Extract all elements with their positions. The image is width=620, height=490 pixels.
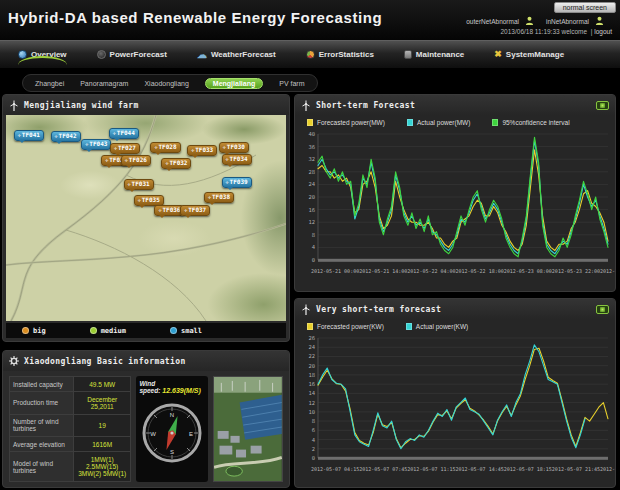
svg-text:6: 6 bbox=[312, 427, 315, 433]
turbine-marker-tf038[interactable]: ✢TF038 bbox=[204, 192, 234, 203]
compass: N E S W bbox=[141, 402, 203, 464]
turbine-marker-tf031[interactable]: ✢TF031 bbox=[124, 179, 154, 190]
svg-text:12: 12 bbox=[308, 400, 315, 406]
subtab-xiaodongliang[interactable]: Xiaodongliang bbox=[144, 80, 188, 87]
short-term-title: Short-term Forecast bbox=[316, 101, 415, 110]
network-status-bar: outerNetAbnormal inNetAbnormal bbox=[466, 16, 612, 26]
row-label: Production time bbox=[10, 392, 74, 415]
svg-text:24: 24 bbox=[308, 181, 315, 187]
svg-text:24: 24 bbox=[308, 344, 315, 350]
nav-system-manage[interactable]: ✖ SystemManage bbox=[492, 46, 566, 63]
turbine-icon: ✢ bbox=[223, 144, 226, 150]
legend-label: Forecasted power(KW) bbox=[317, 323, 384, 330]
turbine-marker-tf032[interactable]: ✢TF032 bbox=[161, 158, 191, 169]
row-label: Number of wind turbines bbox=[10, 414, 74, 437]
short-term-header: Short-term Forecast bbox=[295, 95, 615, 115]
forecast-chip-icon bbox=[307, 323, 313, 330]
svg-text:W: W bbox=[150, 431, 156, 437]
nav-error-statistics[interactable]: ErrorStatistics bbox=[304, 46, 376, 63]
legend-label: medium bbox=[101, 327, 126, 335]
very-short-term-header: Very short-term forecast bbox=[295, 299, 615, 319]
subtab-zhangbei[interactable]: Zhangbei bbox=[35, 80, 64, 87]
legend-small: small bbox=[170, 327, 202, 335]
turbine-marker-tf028[interactable]: ✢TF028 bbox=[150, 142, 180, 153]
turbine-marker-tf039[interactable]: ✢TF039 bbox=[222, 177, 252, 188]
dashboard: Hybrid-DA based Renewable Energy Forecas… bbox=[0, 0, 620, 490]
svg-text:10: 10 bbox=[308, 409, 315, 415]
turbine-marker-tf043[interactable]: ✢TF043 bbox=[81, 139, 111, 150]
turbine-marker-tf026[interactable]: ✢TF026 bbox=[121, 155, 151, 166]
turbine-marker-tf033[interactable]: ✢TF033 bbox=[187, 145, 217, 156]
nav-weather-forecast[interactable]: ☁ WeatherForecast bbox=[195, 46, 278, 63]
svg-text:28: 28 bbox=[308, 169, 315, 175]
svg-text:22: 22 bbox=[308, 353, 315, 359]
svg-text:8: 8 bbox=[312, 232, 315, 238]
x-tick-label: 2012-05-21 00:00 bbox=[311, 268, 359, 274]
turbine-marker-tf027[interactable]: ✢TF027 bbox=[110, 143, 140, 154]
x-tick-label: 2012-05-21 14:00 bbox=[359, 268, 407, 274]
svg-text:16: 16 bbox=[308, 381, 315, 387]
turbine-icon: ✢ bbox=[113, 130, 116, 136]
box-icon bbox=[404, 50, 412, 59]
turbine-icon: ✢ bbox=[18, 132, 21, 138]
x-tick-label: 2012-05-23 22:00 bbox=[552, 268, 600, 274]
x-tick-label: 2012-05-23 08:00 bbox=[504, 268, 552, 274]
expand-icon[interactable] bbox=[596, 305, 609, 314]
main-nav: Overview PowerForecast ☁ WeatherForecast… bbox=[0, 40, 620, 68]
gear-icon bbox=[9, 356, 19, 366]
subtab-panoramagram[interactable]: Panoramagram bbox=[80, 80, 128, 87]
medium-dot-icon bbox=[90, 327, 97, 334]
x-tick-label: 2012-05-22 18:00 bbox=[456, 268, 504, 274]
svg-text:0: 0 bbox=[312, 455, 315, 461]
nav-overview[interactable]: Overview bbox=[16, 46, 69, 63]
big-dot-icon bbox=[22, 327, 29, 334]
short-term-forecast-panel: Short-term Forecast Forecasted power(MW)… bbox=[294, 94, 616, 292]
gauge-icon bbox=[97, 50, 106, 59]
nav-power-forecast[interactable]: PowerForecast bbox=[95, 46, 169, 63]
logout-link[interactable]: logout bbox=[594, 28, 612, 35]
nav-label: PowerForecast bbox=[110, 50, 167, 59]
turbine-marker-tf030[interactable]: ✢TF030 bbox=[219, 142, 249, 153]
turbine-icon: ✢ bbox=[226, 179, 229, 185]
small-dot-icon bbox=[170, 327, 177, 334]
turbine-marker-tf034[interactable]: ✢TF034 bbox=[222, 154, 252, 165]
inner-net-person-icon bbox=[595, 16, 604, 26]
subtab-pv-farm[interactable]: PV farm bbox=[279, 80, 304, 87]
turbine-icon: ✢ bbox=[191, 147, 194, 153]
turbine-icon: ✢ bbox=[154, 144, 157, 150]
farm-photo bbox=[213, 376, 283, 482]
info-panel-title: Xiaodongliang Basic information bbox=[24, 357, 186, 366]
farm-tabs: Zhangbei Panoramagram Xiaodongliang Meng… bbox=[22, 74, 318, 92]
svg-text:4: 4 bbox=[312, 244, 316, 250]
very-short-term-legend: Forecasted power(KW) Actual power(KW) bbox=[295, 319, 615, 332]
nav-maintenance[interactable]: Maintenance bbox=[402, 46, 466, 63]
svg-text:S: S bbox=[170, 449, 174, 455]
x-tick-label: 2012-05-22 04:00 bbox=[407, 268, 455, 274]
turbine-marker-tf042[interactable]: ✢TF042 bbox=[51, 131, 81, 142]
normal-screen-button[interactable]: normal screen bbox=[554, 2, 616, 13]
turbine-icon: ✢ bbox=[226, 156, 229, 162]
expand-icon[interactable] bbox=[596, 101, 609, 110]
outer-net-person-icon bbox=[525, 16, 534, 26]
globe-icon bbox=[18, 50, 27, 59]
map-panel-header: Mengjialiang wind farm bbox=[3, 95, 289, 115]
row-value: 1616M bbox=[74, 437, 131, 452]
nav-label: ErrorStatistics bbox=[319, 50, 374, 59]
subtab-mengjialiang[interactable]: Mengjialiang bbox=[205, 78, 263, 89]
turbine-marker-tf037[interactable]: ✢TF037 bbox=[180, 205, 210, 216]
legend-label: Actual power(KW) bbox=[416, 323, 468, 330]
x-tick-label: 2012-05-07 07:45 bbox=[359, 466, 407, 472]
turbine-marker-tf041[interactable]: ✢TF041 bbox=[14, 130, 44, 141]
wind-speed-value: 12.639(M/S) bbox=[162, 387, 201, 394]
wind-farm-map-panel: Mengjialiang wind farm ✢TF041✢TF042✢TF04… bbox=[2, 94, 290, 342]
terrain-map[interactable]: ✢TF041✢TF042✢TF043✢TF044✢TF027✢TF025✢TF0… bbox=[6, 115, 286, 321]
turbine-icon: ✢ bbox=[158, 207, 161, 213]
very-short-term-chart: 02468101214161820222426 bbox=[301, 333, 611, 465]
legend-label: Forecasted power(MW) bbox=[317, 119, 385, 126]
svg-text:36: 36 bbox=[308, 144, 315, 150]
turbine-marker-tf044[interactable]: ✢TF044 bbox=[109, 128, 139, 139]
svg-text:N: N bbox=[170, 412, 174, 418]
svg-text:4: 4 bbox=[312, 437, 316, 443]
legend-big: big bbox=[22, 327, 46, 335]
datetime-label: 2013/06/18 11:19:33 bbox=[501, 28, 560, 35]
